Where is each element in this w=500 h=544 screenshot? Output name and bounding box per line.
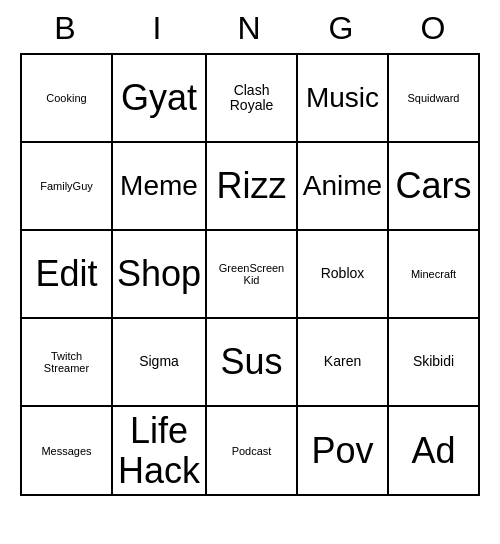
cell-2-2: GreenScreenKid [207,231,298,319]
cell-0-3: Music [298,55,389,143]
cell-1-2: Rizz [207,143,298,231]
cell-text: Rizz [217,166,287,206]
title-letter: G [296,10,388,47]
cell-1-1: Meme [113,143,207,231]
cell-4-2: Podcast [207,407,298,496]
title-letter: O [388,10,480,47]
cell-3-1: Sigma [113,319,207,407]
cell-text: Ad [411,431,455,471]
cell-text: ClashRoyale [230,83,274,114]
cell-text: Minecraft [411,268,456,280]
cell-3-0: TwitchStreamer [22,319,113,407]
cell-0-1: Gyat [113,55,207,143]
cell-3-3: Karen [298,319,389,407]
cell-text: GreenScreenKid [219,262,284,286]
cell-0-2: ClashRoyale [207,55,298,143]
cell-text: Anime [303,171,382,202]
title-letter: I [112,10,204,47]
cell-text: Shop [117,254,201,294]
cell-text: Squidward [408,92,460,104]
cell-text: Messages [41,445,91,457]
cell-1-4: Cars [389,143,480,231]
cell-2-1: Shop [113,231,207,319]
cell-text: Gyat [121,78,197,118]
bingo-title: BINGO [20,0,480,53]
bingo-grid: CookingGyatClashRoyaleMusicSquidwardFami… [20,53,480,496]
cell-text: FamilyGuy [40,180,93,192]
cell-4-3: Pov [298,407,389,496]
cell-0-4: Squidward [389,55,480,143]
cell-text: Skibidi [413,354,454,369]
cell-text: Karen [324,354,361,369]
cell-4-0: Messages [22,407,113,496]
cell-3-4: Skibidi [389,319,480,407]
cell-text: Meme [120,171,198,202]
title-letter: N [204,10,296,47]
cell-text: Cars [396,166,472,206]
cell-2-4: Minecraft [389,231,480,319]
cell-4-1: LifeHack [113,407,207,496]
cell-text: Sigma [139,354,179,369]
cell-text: Roblox [321,266,365,281]
cell-text: LifeHack [118,411,200,490]
cell-text: Podcast [232,445,272,457]
cell-1-0: FamilyGuy [22,143,113,231]
title-letter: B [20,10,112,47]
cell-text: TwitchStreamer [44,350,89,374]
cell-4-4: Ad [389,407,480,496]
cell-2-0: Edit [22,231,113,319]
cell-0-0: Cooking [22,55,113,143]
cell-1-3: Anime [298,143,389,231]
cell-text: Music [306,83,379,114]
cell-text: Sus [221,342,283,382]
cell-text: Cooking [46,92,86,104]
cell-2-3: Roblox [298,231,389,319]
cell-text: Edit [35,254,97,294]
cell-text: Pov [312,431,374,471]
cell-3-2: Sus [207,319,298,407]
